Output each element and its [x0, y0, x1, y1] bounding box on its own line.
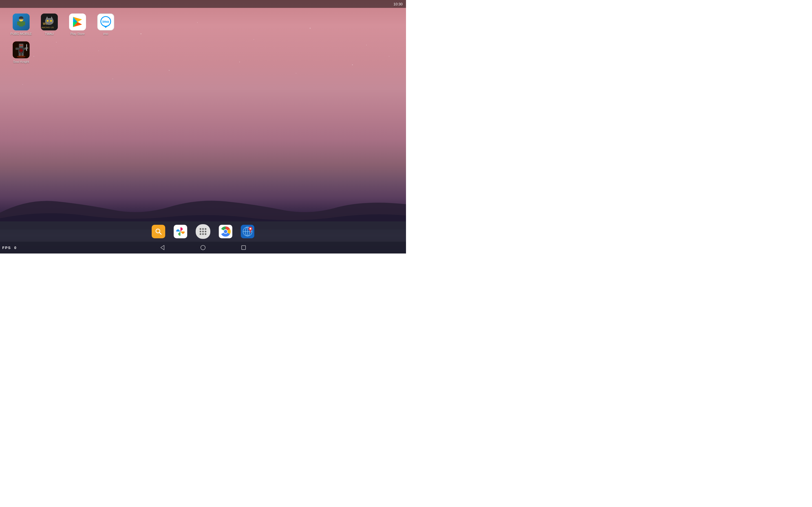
svg-point-29 [50, 20, 52, 22]
icons-row-1: PUBG MOBILE WOLF AMONG US [8, 13, 398, 36]
svg-rect-46 [25, 48, 28, 48]
svg-point-60 [205, 233, 206, 235]
svg-line-51 [159, 232, 161, 234]
imo-label: imo [103, 32, 108, 36]
twau-label: TWAU [45, 32, 54, 36]
app-pubg-mobile[interactable]: PUBG MOBILE [8, 13, 34, 36]
svg-point-27 [45, 18, 54, 25]
svg-point-57 [205, 231, 206, 232]
svg-text:imo: imo [102, 19, 109, 24]
play-store-icon [69, 13, 86, 31]
svg-point-73 [201, 245, 205, 250]
status-bar: 10:30 [0, 0, 406, 8]
taskbar-app-drawer[interactable] [196, 224, 210, 239]
svg-point-54 [205, 228, 206, 230]
app-soul-knight[interactable]: Soul Knight [8, 41, 34, 64]
svg-point-71 [250, 228, 251, 230]
svg-rect-74 [242, 245, 246, 249]
pubg-mobile-label: PUBG MOBILE [10, 32, 32, 36]
icons-row-2: Soul Knight [8, 41, 398, 64]
app-imo[interactable]: imo imo [93, 13, 118, 36]
svg-point-37 [20, 45, 21, 46]
clock: 10:30 [393, 2, 403, 6]
svg-point-49 [17, 55, 26, 58]
recent-button[interactable] [240, 244, 247, 251]
icons-grid: PUBG MOBILE WOLF AMONG US [8, 13, 398, 64]
nav-bar [0, 242, 406, 253]
svg-rect-19 [17, 21, 19, 25]
app-twau[interactable]: WOLF AMONG US TWAU [37, 13, 62, 36]
taskbar [0, 221, 406, 242]
svg-rect-20 [23, 21, 25, 25]
svg-point-59 [202, 233, 204, 235]
svg-point-52 [200, 228, 201, 230]
svg-rect-43 [15, 48, 18, 50]
fps-counter: FPS 0 [2, 242, 17, 253]
pubg-mobile-icon [13, 13, 30, 31]
svg-point-58 [200, 233, 201, 235]
app-play-store[interactable]: Play Store [65, 13, 90, 36]
svg-text:AMONG US: AMONG US [42, 26, 54, 29]
desktop: PUBG MOBILE WOLF AMONG US [0, 8, 406, 230]
home-button[interactable] [200, 244, 206, 251]
fps-value: 0 [14, 245, 17, 250]
svg-point-55 [200, 231, 201, 232]
svg-rect-21 [19, 18, 23, 19]
svg-rect-42 [19, 50, 23, 51]
soul-knight-icon [13, 41, 30, 58]
taskbar-apps [152, 224, 254, 239]
svg-marker-72 [161, 245, 164, 250]
svg-point-53 [202, 228, 204, 230]
twau-icon: WOLF AMONG US [41, 13, 58, 31]
taskbar-photos[interactable] [174, 225, 187, 238]
fps-label: FPS [2, 245, 11, 250]
svg-rect-18 [19, 21, 23, 26]
svg-point-28 [47, 20, 49, 22]
taskbar-chrome[interactable] [219, 225, 232, 238]
soul-knight-label: Soul Knight [13, 60, 29, 64]
svg-point-38 [22, 45, 22, 46]
play-store-label: Play Store [70, 32, 85, 36]
taskbar-globe[interactable] [241, 225, 254, 238]
taskbar-search[interactable] [152, 225, 165, 238]
imo-icon: imo [97, 13, 114, 31]
svg-point-56 [202, 231, 204, 232]
svg-point-64 [224, 230, 227, 233]
back-button[interactable] [159, 244, 166, 251]
